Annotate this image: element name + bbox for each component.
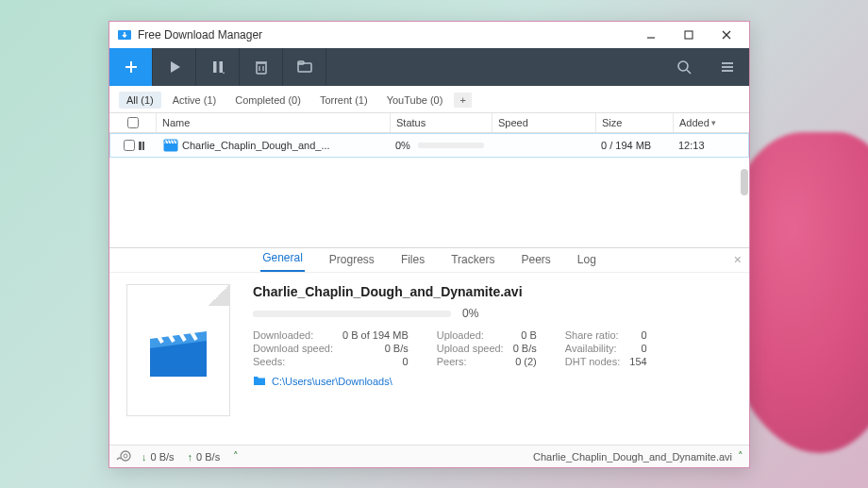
tab-files[interactable]: Files bbox=[399, 249, 426, 272]
titlebar: Free Download Manager bbox=[109, 22, 749, 48]
tab-peers[interactable]: Peers bbox=[519, 249, 552, 272]
row-checkbox[interactable] bbox=[124, 140, 135, 151]
filter-youtube[interactable]: YouTube (0) bbox=[379, 92, 451, 109]
detail-filename: Charlie_Chaplin_Dough_and_Dynamite.avi bbox=[253, 284, 732, 299]
filter-bar: All (1) Active (1) Completed (0) Torrent… bbox=[109, 86, 749, 112]
status-down-speed: 0 B/s bbox=[151, 451, 175, 463]
col-speed[interactable]: Speed bbox=[492, 113, 596, 132]
file-type-icon bbox=[126, 284, 230, 416]
start-button[interactable] bbox=[153, 48, 196, 86]
sort-desc-icon: ▾ bbox=[711, 118, 716, 127]
window-title: Free Download Manager bbox=[138, 28, 632, 42]
status-menu-button[interactable]: ˄ bbox=[738, 450, 743, 463]
delete-button[interactable] bbox=[240, 48, 283, 86]
row-added: 12:13 bbox=[678, 140, 705, 151]
pause-icon bbox=[139, 142, 144, 150]
menu-button[interactable] bbox=[706, 48, 749, 86]
tab-log[interactable]: Log bbox=[576, 249, 598, 272]
download-list: Charlie_Chaplin_Dough_and_... 0% 0 / 194… bbox=[109, 133, 749, 248]
speed-limit-button[interactable]: ˄ bbox=[233, 450, 239, 463]
detail-panel: Charlie_Chaplin_Dough_and_Dynamite.avi 0… bbox=[109, 273, 749, 445]
app-window: Free Download Manager • bbox=[108, 21, 750, 468]
snail-mode-icon[interactable] bbox=[115, 449, 132, 464]
filter-active[interactable]: Active (1) bbox=[165, 92, 224, 109]
svg-rect-2 bbox=[685, 31, 693, 39]
tab-progress[interactable]: Progress bbox=[327, 249, 376, 272]
video-file-icon bbox=[163, 138, 178, 153]
status-current-file: Charlie_Chaplin_Dough_and_Dynamite.avi bbox=[533, 451, 732, 463]
tab-general[interactable]: General bbox=[260, 247, 305, 272]
maximize-button[interactable] bbox=[670, 22, 708, 48]
detail-progress-bar bbox=[253, 311, 451, 317]
scrollbar[interactable] bbox=[741, 169, 748, 195]
svg-rect-8 bbox=[213, 61, 217, 73]
search-button[interactable] bbox=[662, 48, 706, 86]
svg-marker-7 bbox=[171, 61, 180, 73]
col-added[interactable]: Added▾ bbox=[674, 113, 749, 132]
col-size[interactable]: Size bbox=[596, 113, 674, 132]
close-button[interactable] bbox=[708, 22, 745, 48]
add-filter-button[interactable]: + bbox=[454, 93, 471, 108]
row-status: 0% bbox=[395, 140, 410, 151]
filter-all[interactable]: All (1) bbox=[119, 92, 161, 109]
download-path[interactable]: C:\Users\user\Downloads\ bbox=[253, 375, 732, 388]
upload-arrow-icon: ↑ bbox=[188, 451, 193, 463]
minimize-button[interactable] bbox=[632, 22, 670, 48]
close-detail-button[interactable]: × bbox=[734, 252, 742, 267]
row-progress-bar bbox=[418, 143, 484, 148]
filter-torrent[interactable]: Torrent (1) bbox=[312, 92, 376, 109]
svg-rect-11 bbox=[257, 63, 266, 74]
tab-trackers[interactable]: Trackers bbox=[449, 249, 496, 272]
row-size: 0 / 194 MB bbox=[601, 140, 651, 151]
select-all-checkbox[interactable] bbox=[127, 117, 139, 128]
folder-icon bbox=[253, 375, 266, 388]
status-up-speed: 0 B/s bbox=[196, 451, 220, 463]
detail-stats: Downloaded:0 B of 194 MB Download speed:… bbox=[253, 329, 732, 367]
add-button[interactable] bbox=[109, 48, 153, 86]
status-bar: ↓ 0 B/s ↑ 0 B/s ˄ Charlie_Chaplin_Dough_… bbox=[109, 445, 749, 467]
svg-point-26 bbox=[121, 451, 130, 461]
col-name[interactable]: Name bbox=[157, 113, 391, 132]
filter-completed[interactable]: Completed (0) bbox=[227, 92, 309, 109]
row-name: Charlie_Chaplin_Dough_and_... bbox=[182, 140, 330, 151]
svg-text:•: • bbox=[223, 70, 225, 76]
svg-point-17 bbox=[678, 61, 688, 71]
open-folder-button[interactable] bbox=[283, 48, 326, 86]
detail-tabs: General Progress Files Trackers Peers Lo… bbox=[109, 248, 749, 273]
col-status[interactable]: Status bbox=[391, 113, 492, 132]
detail-percent: 0% bbox=[462, 307, 478, 320]
app-icon bbox=[117, 27, 132, 42]
svg-point-27 bbox=[124, 454, 127, 458]
svg-line-18 bbox=[687, 70, 691, 74]
pause-button[interactable]: • bbox=[196, 48, 240, 86]
toolbar: • bbox=[109, 48, 749, 86]
svg-rect-23 bbox=[164, 143, 177, 151]
list-header: Name Status Speed Size Added▾ bbox=[109, 112, 749, 133]
table-row[interactable]: Charlie_Chaplin_Dough_and_... 0% 0 / 194… bbox=[109, 133, 749, 158]
download-arrow-icon: ↓ bbox=[142, 451, 147, 463]
